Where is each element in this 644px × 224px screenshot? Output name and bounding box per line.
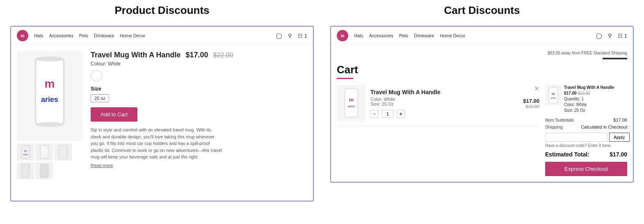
cart-title-underline	[337, 78, 353, 79]
product-store-frame: m Hats Accessories Pets Drinkware Home D…	[10, 26, 314, 201]
cart-mini-size: Size: 25 Oz	[564, 108, 627, 113]
svg-text:m: m	[45, 77, 55, 90]
svg-text:m: m	[341, 34, 345, 38]
cart-page: $83.00 away from FREE Standard Shipping …	[331, 45, 633, 182]
product-discounts-section: m Hats Accessories Pets Drinkware Home D…	[10, 26, 314, 201]
store-nav: Hats Accessories Pets Drinkware Home Dec…	[34, 33, 145, 38]
cart-discounts-section: m Hats Accessories Pets Drinkware Home D…	[330, 26, 634, 201]
store-logo: m	[17, 30, 28, 41]
cart-qty-row: - +	[370, 110, 518, 118]
item-subtotals-value: $17.00	[613, 118, 627, 122]
shipping-value: Calculated in Checkout	[581, 124, 627, 129]
svg-rect-18	[345, 89, 357, 117]
product-details: Travel Mug With A Handle $17.00 $22.00 C…	[91, 51, 307, 195]
colour-swatch[interactable]	[91, 70, 102, 81]
cart-nav-home-decor[interactable]: Home Decor	[440, 33, 465, 38]
discount-row: Apply	[545, 133, 627, 142]
size-label: Size	[91, 86, 307, 92]
cart-nav-drinkware[interactable]: Drinkware	[414, 33, 434, 38]
product-store-header: m Hats Accessories Pets Drinkware Home D…	[11, 27, 313, 45]
express-checkout-button[interactable]: Express Checkout	[545, 162, 627, 176]
cart-item-price-current: $17.00	[523, 98, 539, 104]
nav-hats[interactable]: Hats	[34, 33, 43, 38]
cart-nav-pets[interactable]: Pets	[399, 33, 408, 38]
cart-item-color: Color: White	[370, 97, 518, 102]
nav-accessories[interactable]: Accessories	[49, 33, 73, 38]
header-icons: ◯ ⚲ ☷ 1	[276, 33, 307, 39]
svg-text:m: m	[24, 149, 27, 152]
cart-store-header: m Hats Accessories Pets Drinkware Home D…	[331, 27, 633, 45]
discount-hint: Have a discount code? Enter it here.	[545, 143, 627, 148]
cart-nav-hats[interactable]: Hats	[354, 33, 363, 38]
cart-cart-icon[interactable]: ☷ 1	[618, 33, 627, 39]
cart-content: m aries Travel Mug With A Handle Color: …	[337, 85, 627, 176]
cart-mini-color: Color: White	[564, 102, 627, 108]
cart-mini-quantity: Quantity: 1	[564, 96, 627, 102]
nav-home-decor[interactable]: Home Decor	[120, 33, 145, 38]
account-icon[interactable]: ◯	[276, 33, 282, 39]
shipping-progress-bar	[603, 58, 627, 59]
item-subtotals-row: Item Subtotals $17.00	[545, 118, 627, 122]
cart-item-price-original: $22.00	[523, 104, 539, 109]
size-option[interactable]: 25 oz	[91, 94, 109, 102]
thumb-2[interactable]	[36, 143, 53, 161]
estimated-total-row: Estimated Total: $17.00	[545, 151, 627, 158]
svg-text:m: m	[21, 34, 25, 38]
cart-item-name: Travel Mug With A Handle	[370, 89, 518, 95]
cart-mini-image: m aries	[545, 85, 562, 105]
cart-icon[interactable]: ☷ 1	[298, 33, 307, 39]
svg-rect-13	[21, 164, 30, 177]
add-to-cart-button[interactable]: Add to Cart	[91, 107, 137, 122]
cart-item-details: Travel Mug With A Handle Color: White Si…	[370, 89, 518, 118]
cart-account-icon[interactable]: ◯	[596, 33, 602, 39]
svg-text:aries: aries	[23, 153, 28, 156]
read-more-link[interactable]: Read more	[91, 163, 307, 168]
remove-item-button[interactable]: ✕	[534, 85, 539, 93]
thumb-4[interactable]	[17, 162, 34, 179]
cart-store-nav: Hats Accessories Pets Drinkware Home Dec…	[354, 33, 465, 38]
svg-text:aries: aries	[551, 97, 556, 99]
thumb-5[interactable]	[36, 162, 53, 179]
cart-discounts-title: Cart Discounts	[330, 4, 634, 17]
cart-search-icon[interactable]: ⚲	[608, 33, 612, 39]
product-price-original: $22.00	[213, 52, 233, 59]
thumb-1[interactable]: m aries	[17, 143, 34, 161]
qty-increase-button[interactable]: +	[397, 110, 405, 118]
cart-mini-name: Travel Mug With A Handle $17.00 $22.00	[564, 85, 627, 96]
qty-decrease-button[interactable]: -	[370, 110, 379, 118]
svg-text:aries: aries	[41, 95, 58, 104]
search-icon[interactable]: ⚲	[288, 33, 292, 39]
product-title: Travel Mug With A Handle	[91, 51, 181, 59]
svg-rect-14	[40, 164, 48, 177]
thumb-3[interactable]	[55, 143, 72, 161]
cart-item-size: Size: 25 Oz	[370, 102, 518, 106]
shipping-label: Shipping	[545, 124, 563, 129]
cart-nav-accessories[interactable]: Accessories	[369, 33, 393, 38]
svg-text:aries: aries	[347, 104, 354, 108]
nav-drinkware[interactable]: Drinkware	[94, 33, 114, 38]
cart-summary: m aries Travel Mug With A Handle $17.00 …	[545, 85, 627, 176]
discount-input[interactable]	[545, 133, 607, 142]
svg-point-4	[35, 57, 64, 61]
product-thumbnails: m aries	[17, 143, 82, 179]
nav-pets[interactable]: Pets	[79, 33, 88, 38]
cart-header-icons: ◯ ⚲ ☷ 1	[596, 33, 627, 39]
svg-text:m: m	[552, 91, 555, 96]
cart-store-frame: m Hats Accessories Pets Drinkware Home D…	[330, 26, 634, 183]
item-subtotals-label: Item Subtotals	[545, 118, 574, 122]
estimated-total-value: $17.00	[610, 151, 627, 158]
qty-input[interactable]	[382, 110, 393, 118]
apply-button[interactable]: Apply	[609, 133, 630, 142]
product-page: m aries m aries	[11, 45, 313, 201]
svg-point-5	[35, 122, 64, 127]
estimated-total-label: Estimated Total:	[545, 151, 589, 158]
svg-rect-11	[40, 145, 48, 158]
product-discounts-title: Product Discounts	[10, 4, 314, 17]
shipping-row: Shipping Calculated in Checkout	[545, 124, 627, 129]
product-price-current: $17.00	[186, 51, 208, 59]
product-description: Sip in style and comfort with an elevate…	[91, 127, 222, 161]
cart-title: Cart	[337, 63, 627, 76]
product-main-image: m aries	[17, 51, 82, 141]
svg-rect-3	[37, 60, 63, 123]
cart-item-price: $17.00 $22.00	[523, 98, 539, 109]
